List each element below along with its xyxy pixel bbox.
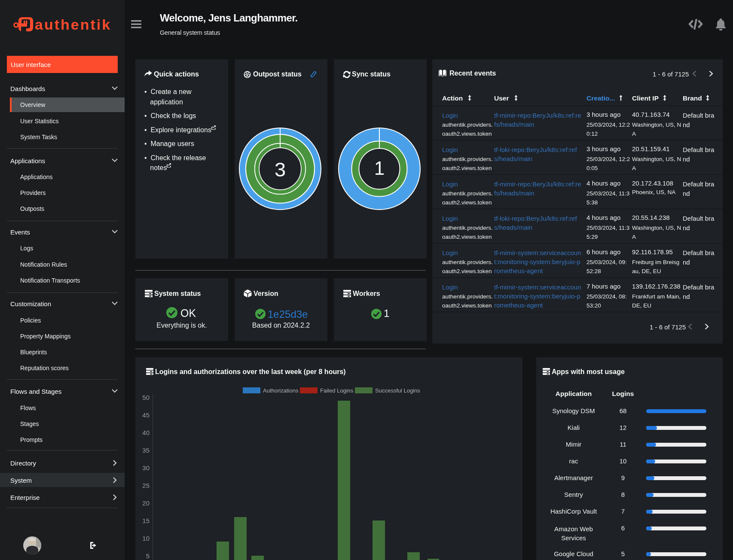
svg-text:authentik: authentik [35, 16, 111, 33]
